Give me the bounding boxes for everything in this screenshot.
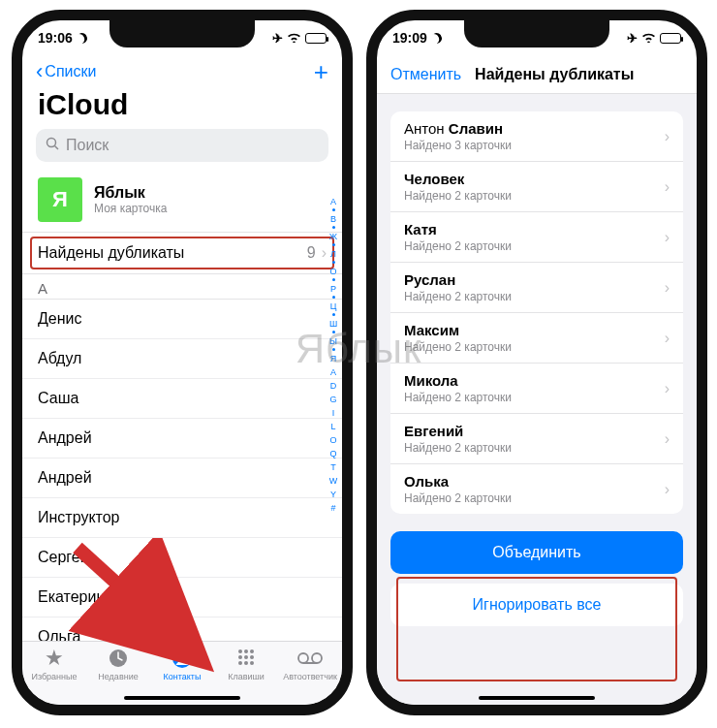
airplane-icon: ✈ (272, 31, 283, 46)
svg-point-4 (179, 653, 185, 659)
merge-button[interactable]: Объединить (390, 531, 683, 574)
index-dot (332, 226, 335, 229)
duplicate-item[interactable]: МаксимНайдено 2 карточки› (390, 313, 683, 364)
index-letter[interactable]: Я (330, 352, 337, 364)
duplicate-item[interactable]: МиколаНайдено 2 карточки› (390, 364, 683, 414)
search-placeholder: Поиск (66, 137, 109, 154)
duplicate-sub: Найдено 2 карточки (404, 441, 512, 455)
index-dot (332, 243, 335, 246)
contact-row[interactable]: Инструктор (22, 498, 342, 538)
svg-point-11 (238, 661, 242, 665)
svg-point-15 (312, 653, 322, 663)
index-letter[interactable]: A (330, 365, 336, 378)
my-card-name: Яблык (94, 184, 167, 202)
contact-row[interactable]: Саша (22, 379, 342, 419)
index-letter[interactable]: O (329, 433, 336, 446)
back-button[interactable]: ‹ Списки (36, 61, 96, 82)
index-letter[interactable]: А (330, 195, 336, 207)
index-letter[interactable]: Y (330, 488, 336, 500)
index-letter[interactable]: G (329, 393, 336, 405)
svg-point-5 (238, 649, 242, 653)
duplicate-item[interactable]: ЕвгенийНайдено 2 карточки› (390, 414, 683, 464)
index-letter[interactable]: В (330, 212, 336, 225)
duplicate-sub: Найдено 2 карточки (404, 290, 512, 303)
svg-point-14 (298, 653, 308, 663)
contact-row[interactable]: Екатерина (22, 578, 342, 617)
index-letter[interactable]: О (329, 265, 336, 277)
dnd-moon-icon (75, 31, 88, 45)
alphabet-index[interactable]: АВЖЛОРЦШЫЯADGILOQTWY# (327, 195, 340, 637)
duplicate-contacts-list: Антон СлавинНайдено 3 карточки›ЧеловекНа… (390, 111, 683, 514)
index-dot (332, 313, 335, 316)
my-card-row[interactable]: Я Яблык Моя карточка (22, 172, 342, 232)
svg-point-7 (250, 649, 254, 653)
index-dot (332, 208, 335, 211)
section-header: А (22, 274, 342, 300)
cancel-button[interactable]: Отменить (390, 66, 461, 83)
duplicates-found-row[interactable]: Найдены дубликаты 9 › (22, 232, 342, 274)
duplicate-name: Микола (404, 372, 512, 389)
index-letter[interactable]: I (332, 406, 335, 419)
nav-bar: ‹ Списки + (22, 55, 342, 88)
battery-icon (305, 33, 327, 44)
contact-row[interactable]: Андрей (22, 459, 342, 498)
person-circle-icon (171, 647, 193, 670)
svg-point-8 (238, 655, 242, 659)
duplicate-item[interactable]: ОлькаНайдено 2 карточки› (390, 464, 683, 514)
add-contact-button[interactable]: + (314, 57, 328, 87)
svg-point-12 (244, 661, 248, 665)
index-letter[interactable]: L (330, 420, 335, 432)
page-title: iCloud (22, 88, 342, 129)
contact-row[interactable]: Андрей (22, 419, 342, 459)
phone-contacts-app: 19:06 ✈ ‹ Списки + iCloud Поиск (12, 10, 353, 715)
index-letter[interactable]: Ц (330, 300, 337, 312)
ignore-all-button[interactable]: Игнорировать все (390, 584, 683, 626)
chevron-right-icon: › (665, 330, 670, 347)
duplicate-item[interactable]: ЧеловекНайдено 2 карточки› (390, 162, 683, 212)
search-icon (46, 137, 60, 155)
svg-point-9 (244, 655, 248, 659)
contact-list[interactable]: А ДенисАбдулСашаАндрейАндрейИнструкторСе… (22, 274, 342, 662)
chevron-right-icon: › (665, 178, 670, 196)
keypad-icon (235, 647, 257, 670)
duplicate-sub: Найдено 3 карточки (404, 139, 512, 152)
tab-voicemail[interactable]: Автоответчик (278, 647, 342, 705)
duplicate-name: Олька (404, 473, 512, 490)
duplicate-sub: Найдено 2 карточки (404, 391, 512, 404)
index-letter[interactable]: T (330, 460, 336, 473)
index-letter[interactable]: Ш (329, 317, 337, 330)
index-letter[interactable]: Q (329, 447, 336, 459)
index-letter[interactable]: Ы (329, 334, 337, 347)
home-indicator[interactable] (479, 696, 595, 700)
duplicate-item[interactable]: КатяНайдено 2 карточки› (390, 212, 683, 263)
index-letter[interactable]: Л (330, 247, 336, 260)
contact-row[interactable]: Абдул (22, 339, 342, 379)
duplicate-item[interactable]: Антон СлавинНайдено 3 карточки› (390, 111, 683, 162)
duplicate-item[interactable]: РусланНайдено 2 карточки› (390, 263, 683, 313)
clock-icon (108, 647, 129, 670)
wifi-icon (287, 31, 301, 46)
duplicate-name: Евгений (404, 423, 512, 439)
duplicate-name: Максим (404, 322, 512, 338)
nav-bar: Отменить Найдены дубликаты (377, 55, 697, 94)
page-title: Найдены дубликаты (475, 66, 683, 83)
index-letter[interactable]: D (330, 379, 337, 392)
search-input[interactable]: Поиск (36, 129, 328, 162)
svg-point-13 (250, 661, 254, 665)
duplicate-name: Катя (404, 221, 512, 237)
contact-row[interactable]: Денис (22, 300, 342, 339)
tab-favorites[interactable]: ★ Избранные (22, 647, 86, 705)
my-card-sub: Моя карточка (94, 202, 167, 215)
chevron-right-icon: › (665, 279, 670, 297)
chevron-right-icon: › (665, 128, 670, 145)
chevron-right-icon: › (665, 430, 670, 448)
contact-row[interactable]: Сергей (22, 538, 342, 578)
chevron-right-icon: › (665, 481, 670, 498)
index-letter[interactable]: W (329, 474, 338, 487)
index-letter[interactable]: Ж (329, 230, 337, 242)
index-letter[interactable]: Р (330, 282, 336, 295)
index-letter[interactable]: # (330, 501, 335, 514)
airplane-icon: ✈ (627, 31, 638, 46)
index-dot (332, 348, 335, 351)
home-indicator[interactable] (124, 696, 240, 700)
